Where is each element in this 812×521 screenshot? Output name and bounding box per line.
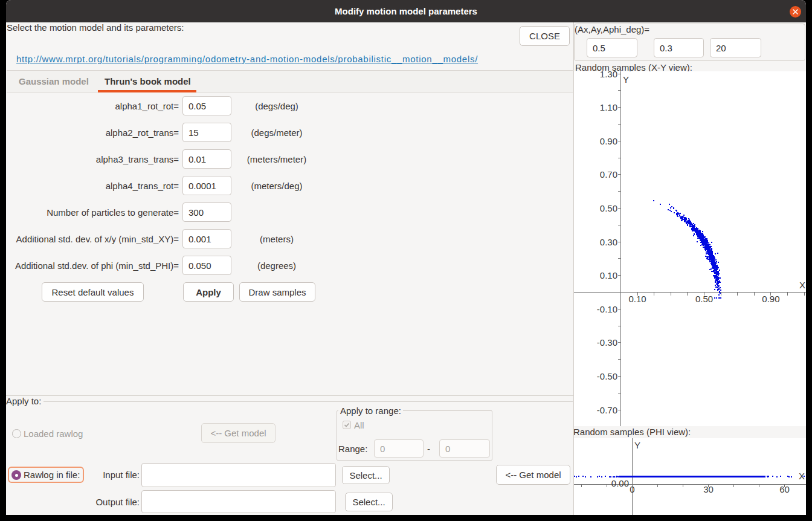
svg-text:-0.10: -0.10 <box>597 304 617 314</box>
svg-text:0.90: 0.90 <box>600 136 617 146</box>
svg-text:-0.70: -0.70 <box>597 405 617 415</box>
svg-text:Y: Y <box>623 74 629 85</box>
svg-text:1.30: 1.30 <box>600 71 617 79</box>
svg-text:0.10: 0.10 <box>600 270 617 280</box>
svg-text:0.10: 0.10 <box>628 294 646 304</box>
svg-text:X: X <box>799 280 805 290</box>
svg-text:30: 30 <box>703 484 714 494</box>
svg-text:Y: Y <box>634 440 640 450</box>
svg-text:60: 60 <box>779 484 790 494</box>
svg-text:0.90: 0.90 <box>762 294 779 304</box>
svg-text:0: 0 <box>630 484 634 494</box>
svg-text:-0.30: -0.30 <box>597 337 617 348</box>
svg-text:1.10: 1.10 <box>600 102 617 112</box>
svg-text:-0.50: -0.50 <box>597 371 617 381</box>
svg-text:0.30: 0.30 <box>600 237 617 247</box>
svg-text:0.50: 0.50 <box>600 203 617 213</box>
svg-text:0.50: 0.50 <box>695 294 713 304</box>
svg-text:0.00: 0.00 <box>611 478 629 488</box>
svg-text:0.70: 0.70 <box>600 169 617 180</box>
